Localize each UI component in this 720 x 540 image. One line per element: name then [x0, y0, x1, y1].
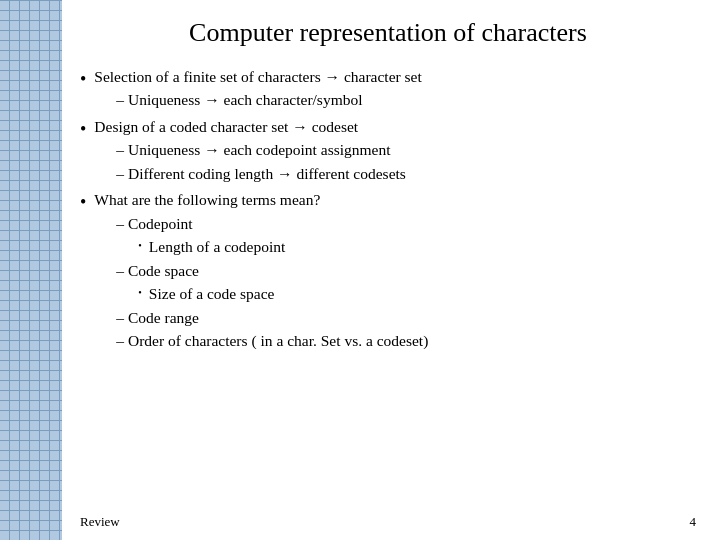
- decorative-border: [0, 0, 62, 540]
- sub-item-1a: – Uniqueness → each character/symbol: [94, 89, 696, 111]
- slide-footer: Review 4: [80, 510, 696, 530]
- sub-item-2b: – Different coding length → different co…: [94, 163, 696, 185]
- bullet-dot-3: •: [80, 189, 86, 215]
- sub-item-3c: – Code range: [94, 307, 696, 329]
- slide-content: Computer representation of characters • …: [62, 0, 720, 540]
- slide-title: Computer representation of characters: [80, 18, 696, 48]
- sub-sub-dot-3b1: •: [138, 286, 142, 301]
- footer-right-label: 4: [690, 514, 697, 530]
- bullet-text-2-main: Design of a coded character set → codese…: [94, 118, 358, 135]
- bullet-item-2: • Design of a coded character set → code…: [80, 116, 696, 185]
- sub-item-3b: – Code space: [94, 260, 696, 282]
- bullet-text-2: Design of a coded character set → codese…: [94, 116, 696, 185]
- bullet-dot-2: •: [80, 116, 86, 142]
- bullet-item-1: • Selection of a finite set of character…: [80, 66, 696, 112]
- sub-sub-item-3a1: • Length of a codepoint: [94, 236, 696, 258]
- sub-sub-text-3a1: Length of a codepoint: [149, 236, 285, 258]
- footer-left-label: Review: [80, 514, 120, 530]
- sub-item-2a: – Uniqueness → each codepoint assignment: [94, 139, 696, 161]
- bullet-text-3: What are the following terms mean? – Cod…: [94, 189, 696, 352]
- bullet-text-1-main: Selection of a finite set of characters …: [94, 68, 422, 85]
- bullet-item-3: • What are the following terms mean? – C…: [80, 189, 696, 352]
- slide-body: • Selection of a finite set of character…: [80, 66, 696, 510]
- bullet-dot-1: •: [80, 66, 86, 92]
- bullet-text-1: Selection of a finite set of characters …: [94, 66, 696, 112]
- sub-item-3d: – Order of characters ( in a char. Set v…: [94, 330, 696, 352]
- bullet-text-3-main: What are the following terms mean?: [94, 191, 320, 208]
- sub-sub-dot-3a1: •: [138, 239, 142, 254]
- sub-sub-item-3b1: • Size of a code space: [94, 283, 696, 305]
- sub-sub-text-3b1: Size of a code space: [149, 283, 275, 305]
- sub-item-3a: – Codepoint: [94, 213, 696, 235]
